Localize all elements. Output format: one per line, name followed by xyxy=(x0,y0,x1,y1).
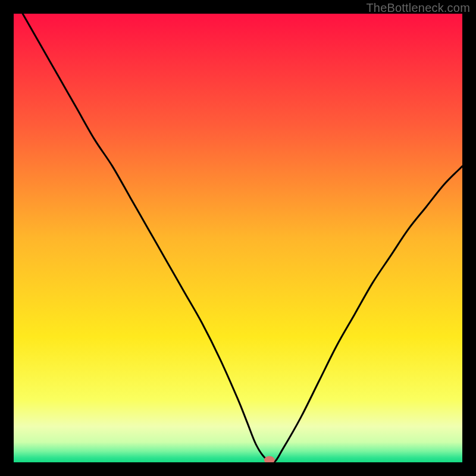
watermark-text: TheBottleneck.com xyxy=(366,1,470,15)
plot-area xyxy=(14,14,462,462)
chart-frame: TheBottleneck.com xyxy=(0,0,476,476)
gradient-background xyxy=(14,14,462,462)
plot-svg xyxy=(14,14,462,462)
